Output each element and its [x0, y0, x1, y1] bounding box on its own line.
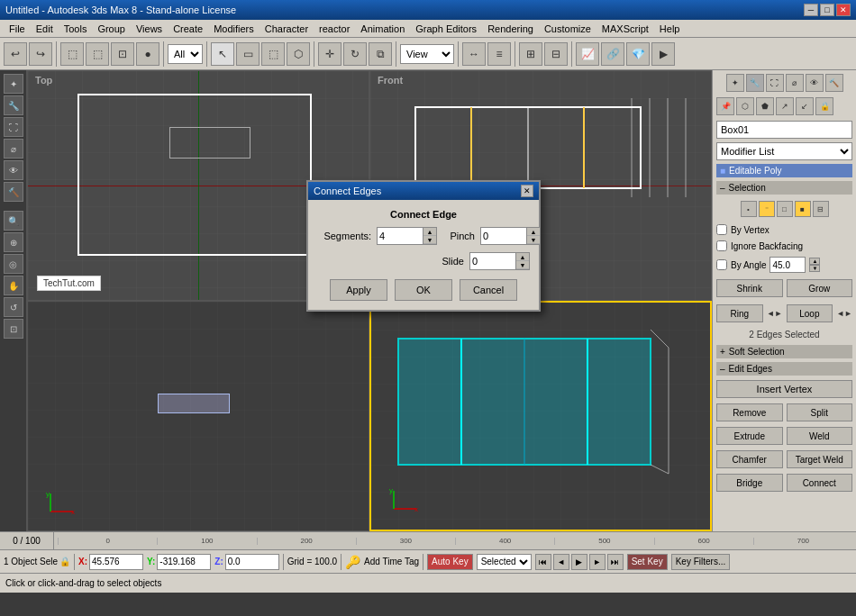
pinch-spin-down[interactable]: ▼	[527, 236, 540, 244]
bottom-left-viewport[interactable]: x y	[27, 301, 369, 531]
undo-button[interactable]: ↩	[4, 42, 27, 66]
remove-button[interactable]: Remove	[716, 403, 783, 421]
go-end-button[interactable]: ⏭	[607, 554, 624, 570]
close-button[interactable]: ✕	[836, 4, 851, 16]
select-region2-button[interactable]: ⊡	[111, 42, 134, 66]
bridge-button[interactable]: Bridge	[716, 474, 783, 492]
motion-tool[interactable]: ⌀	[4, 139, 23, 159]
menu-graph-editors[interactable]: Graph Editors	[410, 22, 482, 36]
selected-select[interactable]: Selected	[477, 554, 532, 570]
pinch-spin-up[interactable]: ▲	[527, 228, 540, 236]
menu-reactor[interactable]: reactor	[314, 22, 355, 36]
zoom-tool[interactable]: 🔍	[4, 211, 23, 231]
menu-help[interactable]: Help	[654, 22, 686, 36]
split-button[interactable]: Split	[787, 403, 853, 421]
curve-editor-button[interactable]: 📈	[576, 42, 599, 66]
y-input[interactable]: -319.168	[157, 554, 211, 570]
shrink-button[interactable]: Shrink	[716, 279, 783, 297]
menu-maxscript[interactable]: MAXScript	[596, 22, 654, 36]
menu-file[interactable]: File	[4, 22, 31, 36]
window-controls[interactable]: ─ □ ✕	[804, 4, 851, 16]
menu-modifiers[interactable]: Modifiers	[208, 22, 260, 36]
rp-mod-icon5[interactable]: ↙	[796, 97, 814, 115]
select-region-button[interactable]: ⬚	[86, 42, 109, 66]
dialog-close-button[interactable]: ✕	[521, 185, 533, 197]
connect-button[interactable]: Connect	[787, 474, 853, 492]
x-input[interactable]: 45.576	[89, 554, 143, 570]
soft-sel-collapse-icon[interactable]: +	[720, 347, 725, 357]
move-button[interactable]: ✛	[318, 42, 341, 66]
zoom-all-tool[interactable]: ⊕	[4, 232, 23, 252]
hierarchy-tool[interactable]: ⛶	[4, 117, 23, 137]
select-region3-button[interactable]: ●	[136, 42, 159, 66]
play-button[interactable]: ▶	[571, 554, 587, 570]
poly-mode-btn[interactable]: ■	[795, 201, 811, 217]
layer-button[interactable]: ⊞	[519, 42, 542, 66]
rp-mod-icon2[interactable]: ⬡	[736, 97, 754, 115]
cancel-button[interactable]: Cancel	[460, 279, 517, 301]
by-angle-input[interactable]: 45.0	[769, 257, 806, 273]
loop-button[interactable]: Loop	[787, 304, 833, 322]
by-vertex-checkbox[interactable]	[716, 224, 727, 235]
scale-button[interactable]: ⧉	[369, 42, 392, 66]
min-max-toggle[interactable]: ⊡	[4, 319, 23, 339]
editable-poly-row[interactable]: ■ Editable Poly	[716, 164, 852, 177]
auto-key-button[interactable]: Auto Key	[427, 554, 473, 570]
apply-button[interactable]: Apply	[330, 279, 387, 301]
by-angle-checkbox[interactable]	[716, 259, 727, 270]
extrude-button[interactable]: Extrude	[716, 427, 783, 445]
insert-vertex-button[interactable]: Insert Vertex	[716, 380, 852, 398]
menu-rendering[interactable]: Rendering	[482, 22, 539, 36]
object-name-input[interactable]: Box01	[716, 121, 852, 139]
rp-mod-icon4[interactable]: ↗	[776, 97, 794, 115]
mirror-button[interactable]: ↔	[462, 42, 486, 66]
slide-spin-down[interactable]: ▼	[516, 261, 529, 269]
pan-tool[interactable]: ✋	[4, 276, 23, 295]
angle-spin-down[interactable]: ▼	[809, 265, 820, 272]
bottom-right-viewport[interactable]: x y	[369, 301, 712, 531]
minimize-button[interactable]: ─	[804, 4, 818, 16]
select-region-fence-button[interactable]: ⬡	[287, 42, 310, 66]
segments-spin-down[interactable]: ▼	[423, 236, 436, 244]
angle-spin-up[interactable]: ▲	[809, 258, 820, 265]
arc-rotate-tool[interactable]: ↺	[4, 297, 23, 317]
next-frame-button[interactable]: ►	[589, 554, 606, 570]
menu-views[interactable]: Views	[131, 22, 168, 36]
select-region-circ-button[interactable]: ⬚	[261, 42, 285, 66]
material-editor-button[interactable]: 💎	[626, 42, 650, 66]
key-filters-button[interactable]: Key Filters...	[671, 554, 731, 570]
modify-tool[interactable]: 🔧	[4, 95, 23, 115]
rp-utilities-icon[interactable]: 🔨	[825, 74, 843, 92]
edge-mode-btn[interactable]: ⁻	[759, 201, 775, 217]
rp-motion-icon[interactable]: ⌀	[786, 74, 804, 92]
go-start-button[interactable]: ⏮	[535, 554, 551, 570]
grow-button[interactable]: Grow	[787, 279, 853, 297]
rotate-button[interactable]: ↻	[343, 42, 367, 66]
redo-button[interactable]: ↪	[29, 42, 52, 66]
connect-edges-dialog[interactable]: Connect Edges ✕ Connect Edge Segments: 4…	[306, 180, 541, 312]
ring-button[interactable]: Ring	[716, 304, 763, 322]
z-input[interactable]: 0.0	[225, 554, 279, 570]
element-mode-btn[interactable]: ⊟	[813, 201, 829, 217]
vertex-mode-btn[interactable]: •	[741, 201, 757, 217]
rp-mod-icon6[interactable]: 🔒	[815, 97, 833, 115]
menu-edit[interactable]: Edit	[31, 22, 59, 36]
edit-edges-collapse-icon[interactable]: –	[720, 364, 725, 374]
target-weld-button[interactable]: Target Weld	[787, 450, 853, 468]
rp-mod-icon3[interactable]: ⬟	[756, 97, 774, 115]
rp-modify-icon[interactable]: 🔧	[746, 74, 764, 92]
view-select[interactable]: View	[400, 44, 454, 64]
rp-hierarchy-icon[interactable]: ⛶	[766, 74, 784, 92]
field-of-view-tool[interactable]: ◎	[4, 254, 23, 274]
create-tool[interactable]: ✦	[4, 74, 23, 94]
rp-display-icon[interactable]: 👁	[806, 74, 824, 92]
segments-input[interactable]: 4	[378, 228, 423, 244]
filter-select[interactable]: All	[168, 44, 203, 64]
display-tool[interactable]: 👁	[4, 160, 23, 180]
prev-frame-button[interactable]: ◄	[553, 554, 569, 570]
display-button[interactable]: ⊟	[544, 42, 568, 66]
ok-button[interactable]: OK	[395, 279, 452, 301]
rp-pin-icon[interactable]: 📌	[716, 97, 734, 115]
lock-icon[interactable]: 🔒	[59, 557, 70, 566]
menu-tools[interactable]: Tools	[59, 22, 93, 36]
